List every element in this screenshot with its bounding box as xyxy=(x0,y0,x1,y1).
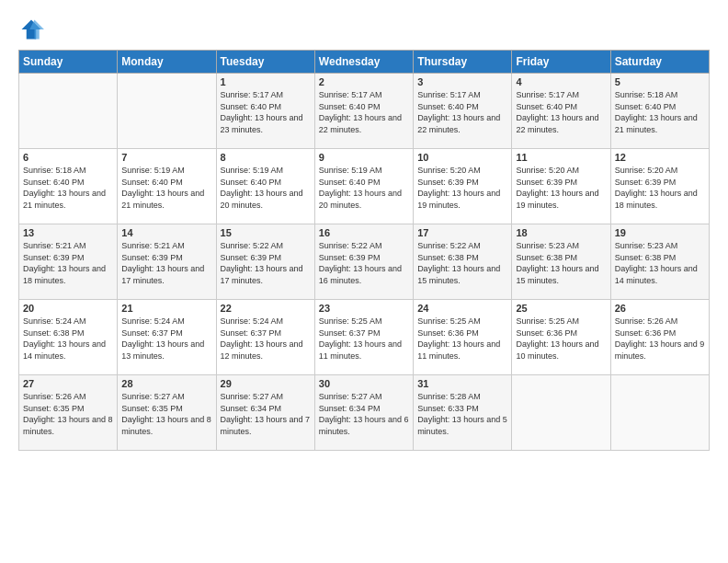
day-number: 9 xyxy=(319,152,409,163)
day-info: Sunrise: 5:25 AM Sunset: 6:37 PM Dayligh… xyxy=(319,316,409,362)
logo-icon xyxy=(18,17,44,42)
calendar-week-1: 1Sunrise: 5:17 AM Sunset: 6:40 PM Daylig… xyxy=(19,74,710,149)
day-info: Sunrise: 5:23 AM Sunset: 6:38 PM Dayligh… xyxy=(516,240,606,286)
calendar-cell: 15Sunrise: 5:22 AM Sunset: 6:39 PM Dayli… xyxy=(216,224,314,300)
day-header-saturday: Saturday xyxy=(610,51,709,74)
day-number: 16 xyxy=(319,227,409,238)
calendar-cell: 2Sunrise: 5:17 AM Sunset: 6:40 PM Daylig… xyxy=(314,74,413,149)
day-number: 5 xyxy=(615,76,705,87)
calendar-header-row: SundayMondayTuesdayWednesdayThursdayFrid… xyxy=(19,51,710,74)
calendar-cell xyxy=(19,74,118,149)
calendar-cell: 5Sunrise: 5:18 AM Sunset: 6:40 PM Daylig… xyxy=(610,74,709,149)
day-number: 22 xyxy=(221,303,311,314)
calendar-cell: 11Sunrise: 5:20 AM Sunset: 6:39 PM Dayli… xyxy=(512,149,610,224)
day-info: Sunrise: 5:22 AM Sunset: 6:38 PM Dayligh… xyxy=(417,240,507,286)
calendar-cell: 12Sunrise: 5:20 AM Sunset: 6:39 PM Dayli… xyxy=(610,149,709,224)
calendar-cell: 31Sunrise: 5:28 AM Sunset: 6:33 PM Dayli… xyxy=(414,375,512,451)
day-number: 28 xyxy=(121,378,211,389)
logo xyxy=(18,17,48,42)
day-info: Sunrise: 5:17 AM Sunset: 6:40 PM Dayligh… xyxy=(319,89,409,135)
calendar-cell: 10Sunrise: 5:20 AM Sunset: 6:39 PM Dayli… xyxy=(414,149,512,224)
calendar-cell: 21Sunrise: 5:24 AM Sunset: 6:37 PM Dayli… xyxy=(118,300,216,375)
calendar-cell: 8Sunrise: 5:19 AM Sunset: 6:40 PM Daylig… xyxy=(216,149,314,224)
calendar-cell xyxy=(610,375,709,451)
day-info: Sunrise: 5:21 AM Sunset: 6:39 PM Dayligh… xyxy=(23,240,113,286)
calendar-cell: 24Sunrise: 5:25 AM Sunset: 6:36 PM Dayli… xyxy=(414,300,512,375)
calendar-cell: 26Sunrise: 5:26 AM Sunset: 6:36 PM Dayli… xyxy=(610,300,709,375)
day-info: Sunrise: 5:28 AM Sunset: 6:33 PM Dayligh… xyxy=(417,391,507,437)
day-info: Sunrise: 5:20 AM Sunset: 6:39 PM Dayligh… xyxy=(615,165,705,211)
day-number: 30 xyxy=(319,378,409,389)
calendar-cell xyxy=(118,74,216,149)
day-number: 2 xyxy=(319,76,409,87)
day-header-thursday: Thursday xyxy=(414,51,512,74)
calendar-table: SundayMondayTuesdayWednesdayThursdayFrid… xyxy=(18,50,710,451)
day-info: Sunrise: 5:20 AM Sunset: 6:39 PM Dayligh… xyxy=(516,165,606,211)
day-header-sunday: Sunday xyxy=(19,51,118,74)
day-info: Sunrise: 5:25 AM Sunset: 6:36 PM Dayligh… xyxy=(417,316,507,362)
day-info: Sunrise: 5:17 AM Sunset: 6:40 PM Dayligh… xyxy=(516,89,606,135)
day-info: Sunrise: 5:17 AM Sunset: 6:40 PM Dayligh… xyxy=(221,89,311,135)
day-info: Sunrise: 5:22 AM Sunset: 6:39 PM Dayligh… xyxy=(221,240,311,286)
calendar-cell: 16Sunrise: 5:22 AM Sunset: 6:39 PM Dayli… xyxy=(314,224,413,300)
header xyxy=(18,17,710,42)
day-number: 20 xyxy=(23,303,113,314)
calendar-cell: 19Sunrise: 5:23 AM Sunset: 6:38 PM Dayli… xyxy=(610,224,709,300)
day-number: 31 xyxy=(417,378,507,389)
calendar-cell: 18Sunrise: 5:23 AM Sunset: 6:38 PM Dayli… xyxy=(512,224,610,300)
day-number: 10 xyxy=(417,152,507,163)
day-info: Sunrise: 5:19 AM Sunset: 6:40 PM Dayligh… xyxy=(121,165,211,211)
calendar-cell: 9Sunrise: 5:19 AM Sunset: 6:40 PM Daylig… xyxy=(314,149,413,224)
day-info: Sunrise: 5:18 AM Sunset: 6:40 PM Dayligh… xyxy=(615,89,705,135)
calendar-cell: 27Sunrise: 5:26 AM Sunset: 6:35 PM Dayli… xyxy=(19,375,118,451)
day-number: 26 xyxy=(615,303,705,314)
day-number: 21 xyxy=(121,303,211,314)
day-info: Sunrise: 5:22 AM Sunset: 6:39 PM Dayligh… xyxy=(319,240,409,286)
day-info: Sunrise: 5:18 AM Sunset: 6:40 PM Dayligh… xyxy=(23,165,113,211)
day-info: Sunrise: 5:23 AM Sunset: 6:38 PM Dayligh… xyxy=(615,240,705,286)
day-info: Sunrise: 5:25 AM Sunset: 6:36 PM Dayligh… xyxy=(516,316,606,362)
calendar-cell: 25Sunrise: 5:25 AM Sunset: 6:36 PM Dayli… xyxy=(512,300,610,375)
calendar-cell: 4Sunrise: 5:17 AM Sunset: 6:40 PM Daylig… xyxy=(512,74,610,149)
day-info: Sunrise: 5:24 AM Sunset: 6:37 PM Dayligh… xyxy=(121,316,211,362)
calendar-week-3: 13Sunrise: 5:21 AM Sunset: 6:39 PM Dayli… xyxy=(19,224,710,300)
day-number: 1 xyxy=(221,76,311,87)
day-info: Sunrise: 5:27 AM Sunset: 6:35 PM Dayligh… xyxy=(121,391,211,437)
day-info: Sunrise: 5:24 AM Sunset: 6:38 PM Dayligh… xyxy=(23,316,113,362)
day-number: 19 xyxy=(615,227,705,238)
calendar-cell: 7Sunrise: 5:19 AM Sunset: 6:40 PM Daylig… xyxy=(118,149,216,224)
day-number: 27 xyxy=(23,378,113,389)
day-number: 17 xyxy=(417,227,507,238)
calendar-cell: 17Sunrise: 5:22 AM Sunset: 6:38 PM Dayli… xyxy=(414,224,512,300)
calendar-week-4: 20Sunrise: 5:24 AM Sunset: 6:38 PM Dayli… xyxy=(19,300,710,375)
day-info: Sunrise: 5:24 AM Sunset: 6:37 PM Dayligh… xyxy=(221,316,311,362)
calendar-cell: 30Sunrise: 5:27 AM Sunset: 6:34 PM Dayli… xyxy=(314,375,413,451)
day-number: 15 xyxy=(221,227,311,238)
day-number: 25 xyxy=(516,303,606,314)
calendar-cell: 23Sunrise: 5:25 AM Sunset: 6:37 PM Dayli… xyxy=(314,300,413,375)
day-info: Sunrise: 5:19 AM Sunset: 6:40 PM Dayligh… xyxy=(221,165,311,211)
calendar-cell: 13Sunrise: 5:21 AM Sunset: 6:39 PM Dayli… xyxy=(19,224,118,300)
calendar-cell: 20Sunrise: 5:24 AM Sunset: 6:38 PM Dayli… xyxy=(19,300,118,375)
calendar-week-2: 6Sunrise: 5:18 AM Sunset: 6:40 PM Daylig… xyxy=(19,149,710,224)
calendar-cell: 14Sunrise: 5:21 AM Sunset: 6:39 PM Dayli… xyxy=(118,224,216,300)
calendar-cell xyxy=(512,375,610,451)
day-info: Sunrise: 5:26 AM Sunset: 6:35 PM Dayligh… xyxy=(23,391,113,437)
calendar-cell: 28Sunrise: 5:27 AM Sunset: 6:35 PM Dayli… xyxy=(118,375,216,451)
day-number: 6 xyxy=(23,152,113,163)
page: SundayMondayTuesdayWednesdayThursdayFrid… xyxy=(0,0,728,563)
day-header-friday: Friday xyxy=(512,51,610,74)
day-number: 29 xyxy=(221,378,311,389)
day-info: Sunrise: 5:27 AM Sunset: 6:34 PM Dayligh… xyxy=(221,391,311,437)
calendar-week-5: 27Sunrise: 5:26 AM Sunset: 6:35 PM Dayli… xyxy=(19,375,710,451)
day-header-wednesday: Wednesday xyxy=(314,51,413,74)
day-info: Sunrise: 5:27 AM Sunset: 6:34 PM Dayligh… xyxy=(319,391,409,437)
day-info: Sunrise: 5:20 AM Sunset: 6:39 PM Dayligh… xyxy=(417,165,507,211)
day-number: 24 xyxy=(417,303,507,314)
day-number: 14 xyxy=(121,227,211,238)
day-number: 11 xyxy=(516,152,606,163)
day-info: Sunrise: 5:17 AM Sunset: 6:40 PM Dayligh… xyxy=(417,89,507,135)
day-number: 13 xyxy=(23,227,113,238)
day-number: 3 xyxy=(417,76,507,87)
calendar-cell: 6Sunrise: 5:18 AM Sunset: 6:40 PM Daylig… xyxy=(19,149,118,224)
